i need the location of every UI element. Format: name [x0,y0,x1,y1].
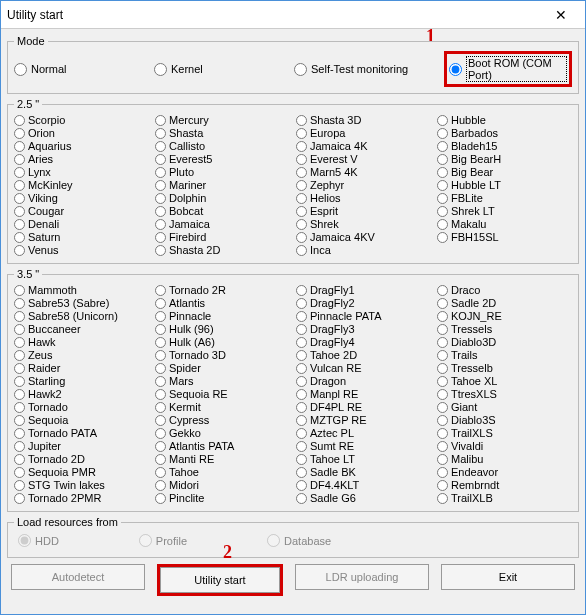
drive-option[interactable]: Giant [437,401,572,414]
drive-option[interactable]: Barbados [437,127,572,140]
drive-option[interactable]: DF4PL RE [296,401,431,414]
drive-option[interactable]: Bladeh15 [437,140,572,153]
drive-option[interactable]: Callisto [155,140,290,153]
drive-option[interactable]: Trails [437,349,572,362]
drive-option[interactable]: Diablo3D [437,336,572,349]
drive-option[interactable]: Sabre58 (Unicorn) [14,310,149,323]
drive-option[interactable]: Scorpio [14,114,149,127]
drive-option[interactable]: Manti RE [155,453,290,466]
drive-option[interactable]: Pluto [155,166,290,179]
drive-option[interactable]: Tressels [437,323,572,336]
close-icon[interactable]: ✕ [543,7,579,23]
mode-selftest[interactable]: Self-Test monitoring [294,63,444,76]
drive-option[interactable]: Venus [14,244,149,257]
drive-option[interactable]: Hawk [14,336,149,349]
drive-option[interactable]: Atlantis [155,297,290,310]
drive-option[interactable]: Sadle G6 [296,492,431,505]
drive-option[interactable]: Sumt RE [296,440,431,453]
load-database[interactable]: Database [267,534,331,547]
drive-option[interactable]: Vulcan RE [296,362,431,375]
drive-option[interactable]: Everest V [296,153,431,166]
drive-option[interactable]: Sabre53 (Sabre) [14,297,149,310]
utility-start-button[interactable]: Utility start [160,567,280,593]
drive-option[interactable]: Zeus [14,349,149,362]
drive-option[interactable]: Starling [14,375,149,388]
drive-option[interactable]: Hawk2 [14,388,149,401]
drive-option[interactable]: Pinnacle [155,310,290,323]
drive-option[interactable]: Tornado [14,401,149,414]
drive-option[interactable]: McKinley [14,179,149,192]
drive-option[interactable]: Everest5 [155,153,290,166]
drive-option[interactable]: Mariner [155,179,290,192]
drive-option[interactable]: Rembrndt [437,479,572,492]
drive-option[interactable]: Aquarius [14,140,149,153]
drive-option[interactable]: Sequoia RE [155,388,290,401]
drive-option[interactable]: Orion [14,127,149,140]
drive-option[interactable]: Dolphin [155,192,290,205]
drive-option[interactable]: Dragon [296,375,431,388]
drive-option[interactable]: Midori [155,479,290,492]
drive-option[interactable]: Big Bear [437,166,572,179]
drive-option[interactable]: Pinnacle PATA [296,310,431,323]
drive-option[interactable]: Gekko [155,427,290,440]
drive-option[interactable]: Jamaica 4K [296,140,431,153]
drive-option[interactable]: Diablo3S [437,414,572,427]
drive-option[interactable]: Hubble LT [437,179,572,192]
drive-option[interactable]: Hulk (96) [155,323,290,336]
drive-option[interactable]: Viking [14,192,149,205]
drive-option[interactable]: Tresselb [437,362,572,375]
drive-option[interactable]: Hubble [437,114,572,127]
exit-button[interactable]: Exit [441,564,575,590]
drive-option[interactable]: Europa [296,127,431,140]
load-profile[interactable]: Profile [139,534,187,547]
drive-option[interactable]: Cougar [14,205,149,218]
drive-option[interactable]: Mercury [155,114,290,127]
drive-option[interactable]: Cypress [155,414,290,427]
drive-option[interactable]: Sequoia PMR [14,466,149,479]
drive-option[interactable]: FBH15SL [437,231,572,244]
drive-option[interactable]: Makalu [437,218,572,231]
drive-option[interactable]: Esprit [296,205,431,218]
drive-option[interactable]: Aztec PL [296,427,431,440]
drive-option[interactable]: Shasta 2D [155,244,290,257]
drive-option[interactable]: TrailXLS [437,427,572,440]
drive-option[interactable]: Jamaica [155,218,290,231]
drive-option[interactable]: KOJN_RE [437,310,572,323]
drive-option[interactable]: Firebird [155,231,290,244]
drive-option[interactable]: Pinclite [155,492,290,505]
drive-option[interactable]: Inca [296,244,431,257]
drive-option[interactable]: Spider [155,362,290,375]
drive-option[interactable]: Marn5 4K [296,166,431,179]
drive-option[interactable]: Sadle BK [296,466,431,479]
drive-option[interactable]: Helios [296,192,431,205]
drive-option[interactable]: MZTGP RE [296,414,431,427]
drive-option[interactable]: Jamaica 4KV [296,231,431,244]
drive-option[interactable]: Jupiter [14,440,149,453]
drive-option[interactable]: Aries [14,153,149,166]
autodetect-button[interactable]: Autodetect [11,564,145,590]
drive-option[interactable]: TtresXLS [437,388,572,401]
drive-option[interactable]: DragFly2 [296,297,431,310]
mode-kernel[interactable]: Kernel [154,63,294,76]
drive-option[interactable]: Tahoe XL [437,375,572,388]
drive-option[interactable]: Shasta 3D [296,114,431,127]
drive-option[interactable]: Buccaneer [14,323,149,336]
drive-option[interactable]: Big BearH [437,153,572,166]
drive-option[interactable]: Hulk (A6) [155,336,290,349]
drive-option[interactable]: Vivaldi [437,440,572,453]
ldr-uploading-button[interactable]: LDR uploading [295,564,429,590]
drive-option[interactable]: STG Twin lakes [14,479,149,492]
drive-option[interactable]: Denali [14,218,149,231]
drive-option[interactable]: Raider [14,362,149,375]
drive-option[interactable]: Lynx [14,166,149,179]
drive-option[interactable]: TrailXLB [437,492,572,505]
drive-option[interactable]: Tornado 2PMR [14,492,149,505]
load-hdd[interactable]: HDD [18,534,59,547]
drive-option[interactable]: Manpl RE [296,388,431,401]
drive-option[interactable]: Tahoe [155,466,290,479]
drive-option[interactable]: Tornado PATA [14,427,149,440]
drive-option[interactable]: Mars [155,375,290,388]
drive-option[interactable]: DragFly4 [296,336,431,349]
drive-option[interactable]: Shrek LT [437,205,572,218]
drive-option[interactable]: Tahoe LT [296,453,431,466]
